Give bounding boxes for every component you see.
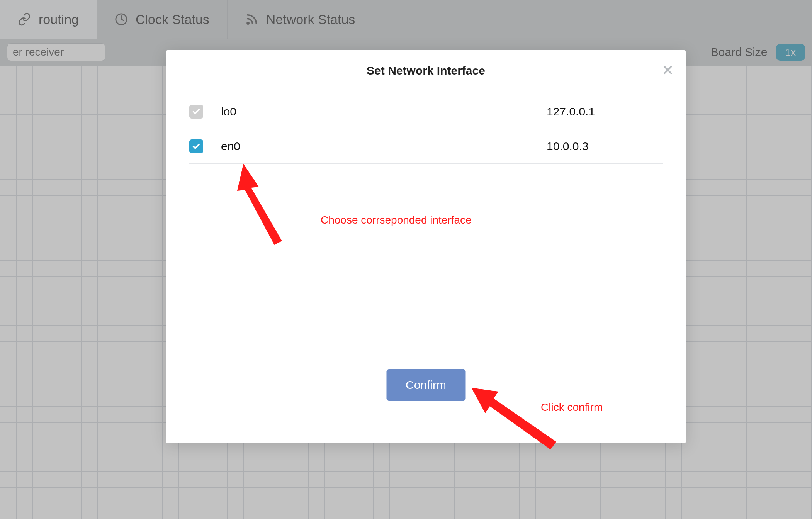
annotation-choose-text: Choose corrseponded interface [321, 214, 472, 226]
interface-row: en0 10.0.0.3 [189, 129, 663, 164]
interface-checkbox[interactable] [189, 139, 203, 153]
interface-name: lo0 [221, 105, 547, 118]
interface-ip: 127.0.0.1 [547, 105, 663, 118]
interface-ip: 10.0.0.3 [547, 140, 663, 153]
modal-title: Set Network Interface [178, 64, 674, 77]
interface-name: en0 [221, 140, 547, 153]
interface-checkbox[interactable] [189, 105, 203, 119]
svg-marker-2 [237, 164, 282, 245]
annotation-arrow-icon [236, 164, 324, 255]
annotation-confirm-text: Click confirm [541, 401, 603, 414]
close-icon[interactable]: ✕ [660, 63, 676, 78]
interface-row: lo0 127.0.0.1 [189, 94, 663, 129]
svg-marker-3 [471, 388, 556, 449]
network-interface-modal: Set Network Interface ✕ lo0 127.0.0.1 en… [166, 50, 686, 443]
confirm-button[interactable]: Confirm [386, 369, 465, 401]
